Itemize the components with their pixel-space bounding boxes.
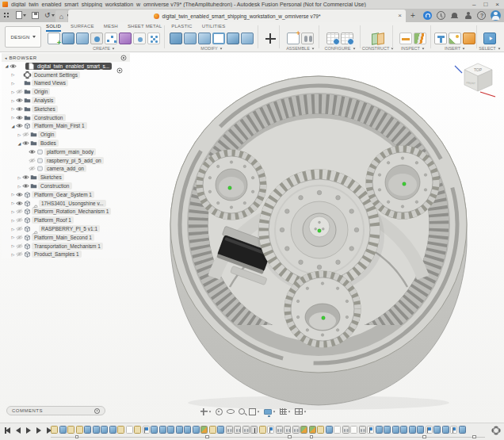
browser-item-label[interactable]: platform_main_body [44,148,96,155]
grid-tool[interactable] [280,408,291,415]
browser-row[interactable]: ▷Construction [2,113,130,122]
expander-icon[interactable]: ◢ [17,141,22,146]
timeline-feature-joint[interactable] [226,426,233,434]
browser-item-label[interactable]: Platform_Gear_System 1 [32,191,94,198]
pan-tool[interactable] [200,407,212,415]
timeline-feature-solid[interactable] [184,426,191,434]
browser-item-label[interactable]: Platform_Rotation_Mechanism 1 [32,208,111,215]
chamfer-button[interactable] [198,33,211,44]
timeline-feature-solid[interactable] [151,426,158,434]
timeline-feature-solid[interactable] [442,426,449,434]
browser-item-label[interactable]: Analysis [32,97,55,104]
timeline-feature-flag[interactable] [450,426,457,434]
avatar-icon[interactable] [491,10,501,21]
viewcube-top-label[interactable]: TOP [474,67,483,72]
browser-item-label[interactable]: Platform_Main_First 1 [32,122,87,129]
expander-icon[interactable]: ▷ [10,192,16,197]
browser-item-label[interactable]: RASPBERRY_PI_5 v1:1 [39,225,100,232]
measure-button[interactable] [399,33,412,44]
timeline-feature-canvas[interactable] [334,426,341,434]
browser-row[interactable]: ▷Sketches [2,173,130,182]
pattern-button[interactable] [147,33,160,44]
minimize-button[interactable]: – [472,1,475,8]
construct-plane-button[interactable] [372,33,384,44]
sweep-button[interactable] [76,33,89,44]
timeline-feature-solid[interactable] [59,426,67,434]
timeline-feature-solid[interactable] [176,426,183,434]
extrude-button[interactable] [62,33,74,44]
browser-row[interactable]: ▷Platform_Main_Second 1 [2,233,130,242]
expander-icon[interactable]: ▷ [10,98,16,103]
timeline-feature-solid[interactable] [409,426,416,434]
timeline-feature-solid[interactable] [109,426,116,434]
visibility-eye-icon[interactable] [22,183,29,189]
bell-icon[interactable] [450,11,459,20]
timeline-feature-sketch[interactable] [67,426,74,434]
browser-row[interactable]: ◢digital_twin_enabled_smart_s... [2,62,130,71]
browser-item-label[interactable]: Product_Samples 1 [32,251,82,258]
browser-row[interactable]: ▷RASPBERRY_PI_5 v1:1 [2,224,130,233]
browser-row[interactable]: camera_add_on [2,165,130,174]
offset-face-button[interactable] [241,33,254,44]
create-sketch-button[interactable] [48,33,60,44]
visibility-eye-icon[interactable] [29,149,36,155]
browser-row[interactable]: ▷17HS3401_Usongshine v... [2,199,130,208]
timeline-feature-sketch[interactable] [259,426,266,434]
visibility-eye-icon[interactable] [16,106,23,112]
browser-row[interactable]: ▷Construction [2,182,130,190]
timeline-step-forward-button[interactable] [36,427,43,434]
browser-item-label[interactable]: Construction [32,114,66,121]
timeline-feature-solid[interactable] [417,426,424,434]
emboss-button[interactable] [133,33,146,44]
visibility-eye-icon[interactable] [16,251,23,257]
timeline-play-button[interactable] [25,427,32,434]
timeline-feature-joint[interactable] [242,426,250,434]
timeline-feature-sketch[interactable] [317,426,324,434]
timeline-feature-solid[interactable] [93,426,100,434]
browser-item-label[interactable]: 17HS3401_Usongshine v... [39,200,106,207]
timeline-feature-solid[interactable] [326,426,333,434]
ribbon-group-dropdown[interactable]: INSERT [433,46,477,51]
timeline-slider[interactable] [51,437,485,438]
people-icon[interactable] [464,11,472,20]
timeline-feature-sketch[interactable] [76,426,83,434]
new-tab-button[interactable]: + [410,11,415,20]
timeline-feature-joint[interactable] [342,426,349,434]
timeline-feature-solid[interactable] [459,426,466,434]
expander-icon[interactable]: ▷ [10,90,16,94]
expander-icon[interactable]: ◢ [4,63,10,68]
planet-gear-left[interactable] [200,153,263,216]
fit-tool[interactable] [249,408,260,415]
browser-item-label[interactable]: Transportation_Mechanism 1 [32,243,103,250]
visibility-eye-icon[interactable] [16,192,23,197]
timeline-feature-canvas[interactable] [126,426,133,434]
expander-icon[interactable]: ▷ [10,209,16,214]
timeline-feature-joint[interactable] [234,426,241,434]
ribbon-group-dropdown[interactable]: SELECT [477,46,502,51]
browser-row[interactable]: ▷Analysis [2,96,130,105]
timeline-feature-solid[interactable] [159,426,166,434]
insert-derive-button[interactable] [434,33,447,44]
visibility-eye-icon[interactable] [16,98,23,103]
timeline-feature-sketch[interactable] [51,426,58,434]
timeline-step-back-button[interactable] [15,427,22,434]
timeline-feature-solid[interactable] [376,426,383,434]
browser-row[interactable]: ▷Transportation_Mechanism 1 [2,242,130,251]
visibility-eye-icon[interactable] [16,115,23,121]
decal-button[interactable] [463,33,475,44]
timeline-feature-multi[interactable] [200,426,208,434]
ribbon-group-dropdown[interactable]: ASSEMBLE [282,46,319,51]
app-grid-icon[interactable] [3,12,10,19]
timeline-feature-joint[interactable] [292,426,300,434]
expander-icon[interactable]: ▷ [10,252,16,257]
timeline-feature-solid[interactable] [400,426,407,434]
browser-options-icon[interactable] [120,55,127,61]
browser-row[interactable]: ◢Platform_Main_First 1 [2,122,130,131]
timeline-go-to-start-button[interactable] [5,427,12,434]
new-component-button[interactable] [287,33,300,44]
visibility-eye-icon[interactable] [16,89,23,94]
visibility-eye-icon[interactable] [10,63,17,69]
expander-icon[interactable]: ▷ [10,201,16,205]
timeline-feature-solid[interactable] [384,426,391,434]
browser-item-label[interactable]: digital_twin_enabled_smart_s... [25,63,112,70]
